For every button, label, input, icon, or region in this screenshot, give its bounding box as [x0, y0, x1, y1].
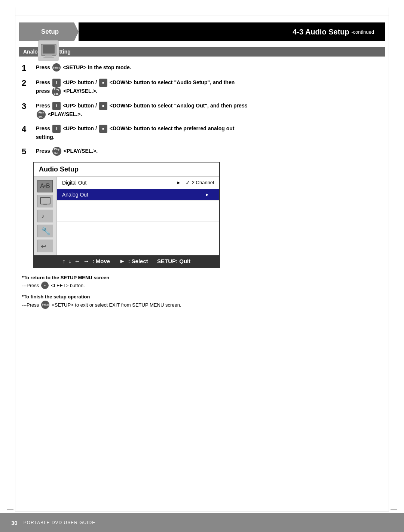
step-4-text: Press Ⅱ <UP> button / ■ <DOWN> button to…	[36, 124, 234, 142]
step-3-text: Press Ⅱ <UP> button / ■ <DOWN> button to…	[36, 101, 247, 119]
digital-out-value: ✓ 2 Channel	[186, 179, 214, 186]
step-1-text: Press Setup <SETUP> in the stop mode.	[36, 63, 131, 72]
step-3-number: 3	[22, 101, 36, 111]
note-1: *To return to the SETUP MENU screen ---P…	[22, 275, 382, 289]
setup-button-icon-note2: Setup	[41, 301, 49, 309]
page-border-right	[389, 7, 389, 511]
play-sel-icon-s5: PlaySel.	[52, 147, 61, 156]
down-button-icon-s4: ■	[99, 125, 107, 133]
note-2-line: ---Press Setup <SETUP> to exit or select…	[22, 301, 382, 309]
steps-list: 1 Press Setup <SETUP> in the stop mode. …	[19, 63, 385, 156]
nav-quit-label: SETUP: Quit	[157, 258, 190, 264]
nav-select-arrow: ►	[119, 258, 125, 265]
device-icon	[38, 40, 59, 61]
down-button-icon-s2: ■	[99, 79, 107, 87]
up-button-icon-s4: Ⅱ	[52, 125, 61, 133]
page-border-top	[15, 15, 389, 15]
note-1-title: *To return to the SETUP MENU screen	[22, 275, 382, 280]
menu-empty-row-1	[57, 201, 219, 211]
menu-row-analog-out: Analog Out ►	[57, 189, 219, 201]
menu-empty-row-2	[57, 211, 219, 222]
note-1-line: ---Press ← <LEFT> button.	[22, 282, 382, 289]
step-2-number: 2	[22, 78, 36, 88]
step-4: 4 Press Ⅱ <UP> button / ■ <DOWN> button …	[22, 124, 382, 142]
corner-br	[391, 503, 397, 510]
sidebar-icon-display	[37, 195, 53, 207]
analog-out-label: Analog Out	[62, 192, 201, 198]
corner-tl	[7, 7, 13, 13]
step-4-number: 4	[22, 124, 36, 134]
svg-rect-2	[45, 55, 52, 57]
note-2: *To finish the setup operation ---Press …	[22, 294, 382, 309]
nav-move-label: : Move	[92, 258, 110, 264]
step-2-text: Press Ⅱ <UP> button / ■ <DOWN> button to…	[36, 78, 235, 96]
step-5: 5 Press PlaySel. <PLAY/SEL.>.	[22, 147, 382, 156]
menu-empty-row-3	[57, 222, 219, 232]
step-1: 1 Press Setup <SETUP> in the stop mode.	[22, 63, 382, 73]
footer-bar: 30 PORTABLE DVD USER GUIDE	[0, 513, 404, 532]
step-3: 3 Press Ⅱ <UP> button / ■ <DOWN> button …	[22, 101, 382, 119]
footer-page-number: 30	[11, 520, 18, 526]
digital-out-check: ✓	[186, 179, 190, 186]
audio-setup-main: Digital Out ► ✓ 2 Channel Analog Out ►	[57, 177, 219, 255]
svg-rect-4	[40, 197, 50, 204]
step-5-text: Press PlaySel. <PLAY/SEL.>.	[36, 147, 98, 156]
left-button-icon-note1: ←	[41, 282, 49, 289]
corner-bl	[7, 503, 13, 510]
nav-down-arrow: ↓	[68, 258, 71, 265]
play-sel-icon-s2: PlaySel.	[52, 87, 61, 96]
note-2-title: *To finish the setup operation	[22, 294, 382, 300]
sidebar-icon-exit: ↩	[37, 240, 53, 252]
sidebar-icon-audio: ♪	[37, 210, 53, 222]
svg-rect-5	[43, 204, 47, 205]
page-border-bottom	[15, 511, 389, 511]
audio-setup-title: Audio Setup	[34, 162, 219, 177]
audio-setup-nav-bar: ↑ ↓ ← → : Move ► : Select SETUP: Quit	[34, 255, 219, 267]
svg-rect-1	[43, 45, 55, 54]
nav-left-arrow: ←	[74, 258, 80, 265]
audio-setup-sidebar: AcB ♪ 🔧 ↩	[34, 177, 57, 255]
down-button-icon-s3: ■	[99, 102, 107, 110]
play-sel-icon-s3: PlaySel.	[37, 110, 46, 119]
main-content: Analog Out Setting 1 Press Setup <SETUP>…	[19, 47, 385, 506]
svg-rect-3	[43, 57, 54, 58]
sidebar-icon-setup: 🔧	[37, 225, 53, 237]
nav-right-arrow: →	[83, 258, 89, 265]
nav-select-label: : Select	[128, 258, 148, 264]
nav-up-arrow: ↑	[62, 258, 65, 265]
footer-title: PORTABLE DVD USER GUIDE	[24, 520, 96, 525]
digital-out-label: Digital Out	[62, 180, 172, 186]
step-2: 2 Press Ⅱ <UP> button / ■ <DOWN> button …	[22, 78, 382, 96]
audio-setup-body: AcB ♪ 🔧 ↩ Digital Out ►	[34, 177, 219, 255]
corner-tr	[391, 7, 397, 13]
audio-setup-box: Audio Setup AcB ♪ 🔧 ↩	[33, 162, 220, 268]
page-border-left	[15, 7, 15, 511]
sidebar-icon-language: AcB	[37, 180, 53, 192]
header-title: 4-3 Audio Setup -continued	[79, 22, 385, 41]
svg-text:↩: ↩	[41, 243, 46, 250]
digital-out-arrow: ►	[177, 180, 181, 185]
header-setup-label: Setup	[19, 22, 79, 41]
section-heading: Analog Out Setting	[19, 47, 385, 57]
menu-row-digital-out: Digital Out ► ✓ 2 Channel	[57, 177, 219, 189]
header-bar: Setup 4-3 Audio Setup -continued	[19, 22, 385, 41]
step-5-number: 5	[22, 147, 36, 156]
svg-text:♪: ♪	[41, 212, 45, 220]
notes-section: *To return to the SETUP MENU screen ---P…	[19, 275, 385, 309]
analog-out-arrow: ►	[205, 192, 209, 197]
setup-button-icon: Setup	[52, 63, 61, 72]
svg-text:🔧: 🔧	[41, 227, 50, 235]
up-button-icon-s2: Ⅱ	[52, 79, 61, 87]
step-1-number: 1	[22, 63, 36, 73]
up-button-icon-s3: Ⅱ	[52, 102, 61, 110]
